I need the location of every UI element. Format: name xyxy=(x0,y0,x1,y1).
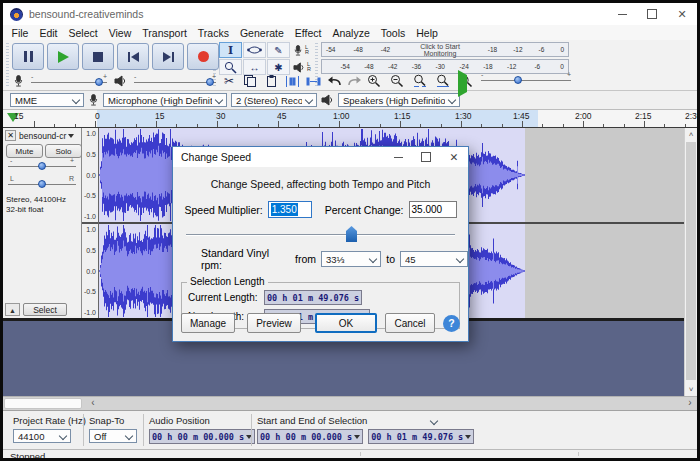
vertical-scroll-thumb[interactable] xyxy=(686,142,696,380)
slider-thumb[interactable] xyxy=(38,162,46,170)
menu-transport[interactable]: Transport xyxy=(137,27,193,39)
speed-multiplier-label: Speed Multiplier: xyxy=(184,204,262,216)
monitor-hint-text[interactable]: Click to Start Monitoring xyxy=(408,43,472,57)
horizontal-scrollbar[interactable]: ‹ › xyxy=(3,396,697,410)
close-button[interactable]: ✕ xyxy=(667,3,697,25)
track-select-button[interactable]: Select xyxy=(23,303,67,316)
audio-position-field[interactable]: 00 h 00 m 00.000 s xyxy=(149,429,255,444)
track-name-menu[interactable]: bensound-cr xyxy=(19,130,79,141)
percent-change-slider[interactable] xyxy=(186,225,455,243)
vinyl-from-select[interactable]: 33⅓ xyxy=(321,251,381,267)
zoom-in-button[interactable] xyxy=(363,73,384,89)
menu-effect[interactable]: Effect xyxy=(289,27,327,39)
redo-button[interactable] xyxy=(345,73,365,89)
cancel-button[interactable]: Cancel xyxy=(385,313,435,333)
pause-button[interactable] xyxy=(12,43,44,70)
play-speed-slider[interactable]: - + xyxy=(481,73,571,85)
transport-toolbar xyxy=(12,43,219,70)
record-meter-device[interactable]: LR xyxy=(293,42,309,58)
amplitude-ruler[interactable]: 1.00.50.0-0.5-1.0 1.00.50.0-0.5-1.0 xyxy=(82,128,99,318)
track-gain-slider[interactable]: - + xyxy=(8,159,76,173)
minimize-button[interactable] xyxy=(607,3,637,25)
current-length-field[interactable]: 00 h 01 m 49.076 s xyxy=(264,290,362,305)
zoom-selection-button[interactable] xyxy=(409,73,430,89)
undo-button[interactable] xyxy=(324,73,344,89)
track-pan-slider[interactable]: L R xyxy=(8,177,76,191)
timeline-label: 1:45 xyxy=(513,111,530,121)
slider-thumb[interactable] xyxy=(346,226,357,242)
zoom-fit-button[interactable] xyxy=(432,73,453,89)
menu-help[interactable]: Help xyxy=(411,27,444,39)
scroll-right-arrow-icon[interactable]: › xyxy=(684,397,696,410)
recording-volume-slider[interactable]: - + xyxy=(31,75,107,87)
recording-channels-select[interactable]: 2 (Stereo) Recording Cha xyxy=(231,93,317,107)
scroll-left-arrow-icon[interactable]: ‹ xyxy=(87,397,99,410)
horizontal-scroll-thumb[interactable] xyxy=(4,398,82,409)
zoom-out-button[interactable] xyxy=(386,73,407,89)
playback-volume-slider[interactable]: - + xyxy=(134,75,216,87)
vinyl-to-select[interactable]: 45 xyxy=(400,251,468,267)
menu-edit[interactable]: Edit xyxy=(34,27,63,39)
menu-tools[interactable]: Tools xyxy=(375,27,411,39)
project-rate-select[interactable]: 44100 xyxy=(13,429,71,443)
silence-audio-button[interactable] xyxy=(303,73,323,89)
selection-mode-select[interactable]: Start and End of Selection xyxy=(257,414,437,427)
speed-multiplier-input[interactable]: 1.350 xyxy=(268,201,312,218)
envelope-tool-button[interactable] xyxy=(243,42,266,58)
manage-button[interactable]: Manage xyxy=(181,313,235,333)
title-bar[interactable]: bensound-creativeminds ✕ xyxy=(3,3,697,25)
menu-view[interactable]: View xyxy=(103,27,137,39)
dialog-close-button[interactable]: ✕ xyxy=(440,147,468,167)
slider-thumb[interactable] xyxy=(206,78,214,86)
vertical-scrollbar[interactable]: ˄ ˅ xyxy=(684,128,697,396)
record-button[interactable] xyxy=(187,43,219,70)
audio-host-select[interactable]: MME xyxy=(10,93,84,107)
slider-thumb[interactable] xyxy=(95,78,103,86)
playback-device-select[interactable]: Speakers (High Definition Audio xyxy=(338,93,460,107)
percent-change-input[interactable]: 35.000 xyxy=(409,201,457,218)
dialog-maximize-button[interactable] xyxy=(412,147,440,167)
amplitude-label: 0.5 xyxy=(86,247,96,254)
menu-select[interactable]: Select xyxy=(63,27,103,39)
menu-tracks[interactable]: Tracks xyxy=(192,27,234,39)
preview-button[interactable]: Preview xyxy=(247,313,301,333)
change-speed-dialog[interactable]: Change Speed ✕ Change Speed, affecting b… xyxy=(172,146,469,342)
solo-button[interactable]: Solo xyxy=(45,144,82,158)
play-button[interactable] xyxy=(47,43,79,70)
selection-start-field[interactable]: 00 h 00 m 00.000 s xyxy=(257,429,363,444)
scroll-up-arrow-icon[interactable]: ˄ xyxy=(685,128,697,141)
play-at-speed-button[interactable] xyxy=(458,75,467,93)
track-control-panel[interactable]: ✕ bensound-cr Mute Solo - + L R xyxy=(3,128,82,318)
ok-button[interactable]: OK xyxy=(315,313,377,333)
menu-analyze[interactable]: Analyze xyxy=(327,27,375,39)
slider-thumb[interactable] xyxy=(38,180,46,188)
recording-device-select[interactable]: Microphone (High Definition Aud xyxy=(103,93,227,107)
maximize-button[interactable] xyxy=(637,3,667,25)
skip-to-end-button[interactable] xyxy=(152,43,184,70)
menu-generate[interactable]: Generate xyxy=(234,27,289,39)
draw-tool-button[interactable]: ✎ xyxy=(267,42,290,58)
skip-to-start-button[interactable] xyxy=(117,43,149,70)
menu-file[interactable]: File xyxy=(6,27,34,39)
timeline-ruler[interactable]: 1501530451:001:151:301:452:002:152:30 xyxy=(3,110,697,128)
dialog-minimize-button[interactable] xyxy=(384,147,412,167)
copy-button[interactable] xyxy=(240,73,260,89)
track-collapse-button[interactable]: ▲ xyxy=(5,303,20,316)
paste-button[interactable] xyxy=(261,73,281,89)
scroll-down-arrow-icon[interactable]: ˅ xyxy=(685,383,697,396)
slider-thumb[interactable] xyxy=(514,76,522,84)
mute-button[interactable]: Mute xyxy=(6,144,43,158)
playback-meter[interactable]: -54-48-42-36-30-24-18-12-60 xyxy=(321,59,569,74)
stop-button[interactable] xyxy=(82,43,114,70)
toolbar-grip[interactable] xyxy=(6,43,9,87)
amplitude-label: 0.0 xyxy=(86,268,96,275)
trim-audio-button[interactable] xyxy=(282,73,302,89)
cut-button[interactable]: ✂ xyxy=(219,73,239,89)
help-button[interactable]: ? xyxy=(443,315,460,332)
snap-to-select[interactable]: Off xyxy=(89,429,137,443)
selection-end-field[interactable]: 00 h 01 m 49.076 s xyxy=(368,429,474,444)
selection-tool-button[interactable]: I xyxy=(219,42,242,58)
track-close-button[interactable]: ✕ xyxy=(5,130,16,141)
dialog-title-bar[interactable]: Change Speed ✕ xyxy=(173,147,468,167)
recording-meter[interactable]: -54-48-42Click to Start Monitoring-18-12… xyxy=(321,42,569,57)
